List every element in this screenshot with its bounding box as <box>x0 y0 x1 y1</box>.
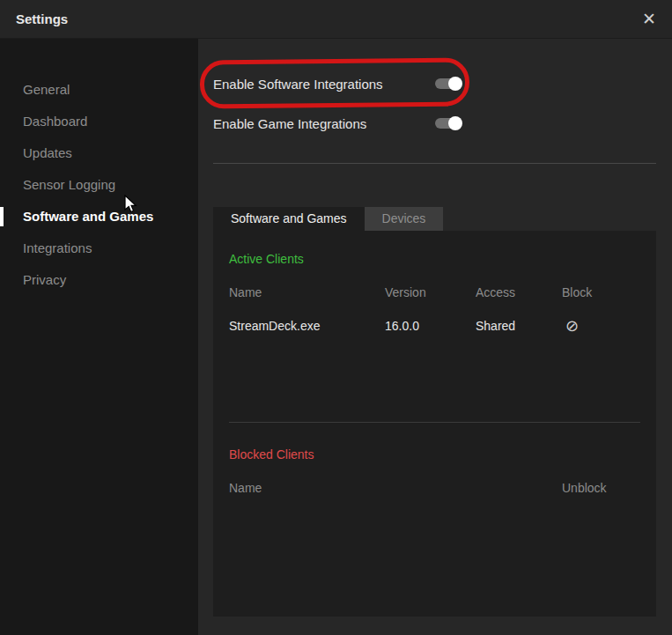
clients-panel: Active Clients Name Version Access Block… <box>213 231 656 617</box>
column-block: Block <box>562 285 640 299</box>
toggle-knob <box>448 77 462 91</box>
sidebar: General Dashboard Updates Sensor Logging… <box>0 39 198 635</box>
sidebar-item-updates[interactable]: Updates <box>0 137 198 169</box>
column-access: Access <box>476 285 562 299</box>
sidebar-item-software-and-games[interactable]: Software and Games <box>0 201 198 233</box>
sidebar-item-sensor-logging[interactable]: Sensor Logging <box>0 169 198 201</box>
active-clients-header: Name Version Access Block <box>229 285 640 299</box>
window-title: Settings <box>16 11 68 26</box>
active-clients-title: Active Clients <box>229 231 640 266</box>
sidebar-item-integrations[interactable]: Integrations <box>0 233 198 264</box>
tab-bar: Software and Games Devices <box>213 207 672 231</box>
main-content: Enable Software Integrations Enable Game… <box>198 39 672 635</box>
column-version: Version <box>385 285 476 299</box>
column-unblock: Unblock <box>562 481 640 495</box>
section-divider <box>213 163 656 164</box>
game-integrations-label: Enable Game Integrations <box>213 116 366 131</box>
tab-software-and-games[interactable]: Software and Games <box>213 207 365 231</box>
sidebar-item-privacy[interactable]: Privacy <box>0 264 198 296</box>
client-version-cell: 16.0.0 <box>385 319 476 333</box>
client-access-cell: Shared <box>476 319 562 333</box>
column-name: Name <box>229 481 385 495</box>
client-name-cell: StreamDeck.exe <box>229 319 385 333</box>
blocked-clients-header: Name Unblock <box>229 481 640 495</box>
sidebar-item-dashboard[interactable]: Dashboard <box>0 106 198 137</box>
table-row: StreamDeck.exe 16.0.0 Shared ⊘ <box>229 318 640 334</box>
toggle-knob <box>448 116 462 130</box>
software-integrations-row: Enable Software Integrations <box>213 66 467 101</box>
close-icon[interactable]: ✕ <box>642 11 656 27</box>
settings-window: Settings ✕ General Dashboard Updates Sen… <box>0 0 672 635</box>
sidebar-item-general[interactable]: General <box>0 74 198 106</box>
software-integrations-toggle[interactable] <box>435 78 462 89</box>
software-integrations-label: Enable Software Integrations <box>213 77 383 92</box>
blocked-clients-title: Blocked Clients <box>229 423 640 461</box>
column-name: Name <box>229 285 385 299</box>
game-integrations-row: Enable Game Integrations <box>213 106 467 141</box>
body: General Dashboard Updates Sensor Logging… <box>0 39 672 635</box>
block-icon[interactable]: ⊘ <box>562 318 640 334</box>
tab-devices[interactable]: Devices <box>365 207 444 231</box>
titlebar: Settings ✕ <box>0 0 672 39</box>
game-integrations-toggle[interactable] <box>435 118 462 129</box>
